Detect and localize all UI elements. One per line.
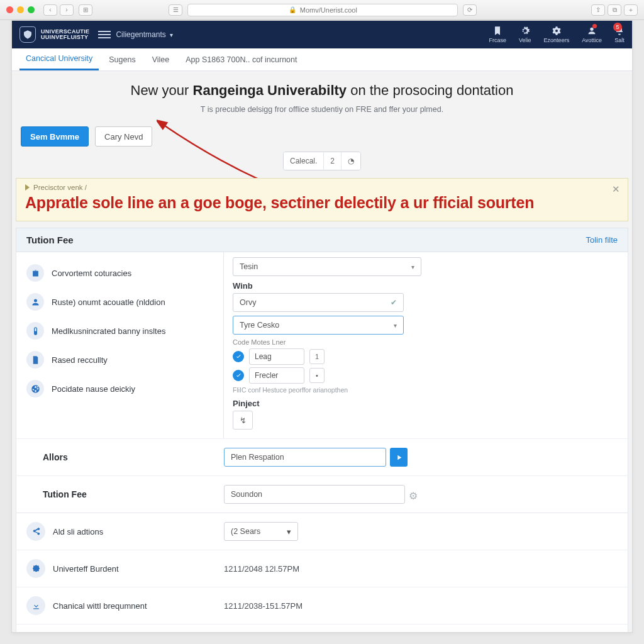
- brand-text: UNIVERSCAUTIE UUINVEFLUISTY: [41, 29, 89, 40]
- allors-label: Allors: [26, 452, 215, 462]
- notification-dot: [592, 24, 597, 28]
- bookmark-nav-item[interactable]: Frcase: [489, 26, 507, 43]
- allors-go-button[interactable]: [390, 448, 408, 467]
- document-icon: [26, 351, 44, 369]
- calecal-info-icon[interactable]: ◔: [341, 152, 360, 170]
- banner-dropdown[interactable]: Ciliegentmants▾: [116, 30, 172, 39]
- minimize-window-icon[interactable]: [17, 6, 24, 13]
- window-traffic-lights: [6, 6, 35, 13]
- gear-nav-item[interactable]: Velie: [519, 26, 531, 43]
- chevron-down-icon: ▾: [411, 264, 414, 270]
- forward-button[interactable]: ›: [60, 4, 74, 16]
- globe-icon: [26, 380, 44, 397]
- tab-vilee[interactable]: Vilee: [146, 48, 176, 70]
- pinject-label: Pinject: [233, 399, 619, 408]
- allors-input[interactable]: Plen Respation: [224, 448, 386, 467]
- reload-icon[interactable]: ⟳: [463, 4, 477, 16]
- bookmark-icon: [492, 26, 502, 36]
- frecler-input[interactable]: Frecler: [249, 367, 304, 384]
- sidebar-toggle-icon[interactable]: ⊞: [79, 4, 92, 16]
- left-item-globe[interactable]: Pocidate nause deickiy: [20, 374, 219, 403]
- nav-back-forward: ‹ ›: [43, 4, 74, 16]
- share-icon: [26, 522, 45, 541]
- briefcase-icon: [26, 264, 44, 282]
- share-icon[interactable]: ⇪: [591, 4, 605, 16]
- leag-input[interactable]: Leag: [249, 348, 304, 365]
- person-icon: [26, 293, 44, 311]
- calecal-control: Calecal. 2 ◔: [12, 152, 632, 170]
- checkbox-leag[interactable]: [233, 351, 244, 362]
- alert-close-icon[interactable]: ✕: [612, 184, 620, 195]
- alert-crumb: Precisctor venk /: [25, 184, 619, 191]
- tuition-input[interactable]: Soundon: [224, 485, 405, 504]
- primary-submit-button[interactable]: Sem Bvmme: [21, 126, 89, 147]
- download-icon: [26, 596, 45, 615]
- close-window-icon[interactable]: [6, 6, 13, 13]
- left-item-person[interactable]: Ruste) onumt acouatle (nlddion: [20, 287, 219, 316]
- gear-icon: [520, 26, 530, 36]
- row-value: 1211/2048 12l.57PM: [224, 564, 299, 574]
- browser-chrome: ‹ › ⊞ ☰ 🔒 Momv/Unerist.cool ⟳ ⇪ ⧉ ＋: [0, 0, 644, 20]
- winb-label: Winb: [233, 281, 619, 291]
- pinject-box[interactable]: ↯: [233, 411, 253, 430]
- form-area: Tesin▾ Winb Orvy ✔ Tyre Cesko▾ Code Mote…: [224, 252, 628, 438]
- orvy-input[interactable]: Orvy ✔: [233, 293, 404, 312]
- hamburger-icon[interactable]: [98, 28, 111, 41]
- settings-icon: [552, 26, 562, 36]
- frecler-badge: •: [309, 368, 325, 383]
- alert-banner: Precisctor venk / Appratle sole line an …: [16, 178, 628, 221]
- chevron-down-icon: ▾: [394, 322, 397, 329]
- bottom-section: Ald sli adtions(2 Sears▾Univerteff Burde…: [16, 513, 628, 633]
- calecal-count[interactable]: 2: [323, 152, 341, 170]
- calecal-label[interactable]: Calecal.: [284, 152, 323, 170]
- top-banner: UNIVERSCAUTIE UUINVEFLUISTY Ciliegentman…: [12, 21, 632, 48]
- person-nav-item[interactable]: Avottice: [582, 26, 602, 43]
- left-item-pill[interactable]: Medlkusnincrated banny insltes: [20, 316, 219, 345]
- info-row-target: Designted D'opertation Instument1211l204…: [16, 624, 628, 633]
- info-row-badge: Univerteff Burdent1211/2048 12l.57PM: [16, 550, 628, 587]
- info-row-download: Chanical wittl brequmnent1211/2038-151.5…: [16, 587, 628, 624]
- tabs-icon[interactable]: ⧉: [608, 4, 621, 16]
- type-select[interactable]: Tyre Cesko▾: [233, 316, 404, 335]
- pill-icon: [26, 322, 44, 340]
- action-row: Sem Bvmme Cary Nevd: [12, 120, 632, 153]
- secondary-button[interactable]: Cary Nevd: [95, 126, 152, 147]
- panel-filter-link[interactable]: Tolin filte: [586, 235, 618, 245]
- chevron-down-icon: ▾: [170, 31, 173, 38]
- sub-nav: Cancical UniversitySugensVileeApp S1863 …: [12, 48, 632, 71]
- tab-cancical-university[interactable]: Cancical University: [19, 48, 99, 70]
- page-subtitle: T is precuble delsigg fror offlice stude…: [12, 105, 632, 114]
- url-host: Momv/Unerist.cool: [300, 6, 357, 14]
- code-label: Code Motes Lner: [233, 338, 619, 346]
- page-frame: UNIVERSCAUTIE UUINVEFLUISTY Ciliegentman…: [11, 20, 633, 633]
- tuition-panel: Tution Fee Tolin filte Corvortemt cotura…: [16, 228, 628, 633]
- new-tab-icon[interactable]: ＋: [624, 4, 638, 16]
- tab-sugens[interactable]: Sugens: [103, 48, 142, 70]
- panel-header: Tution Fee Tolin filte: [16, 228, 628, 252]
- info-row-share: Ald sli adtions(2 Sears▾: [16, 513, 628, 550]
- tuition-label: Tution Fee: [26, 489, 215, 499]
- back-button[interactable]: ‹: [43, 4, 57, 16]
- page-title: New your Rangeinga Univerabilty on the p…: [12, 82, 632, 99]
- checkbox-frecler[interactable]: [233, 370, 244, 381]
- leag-badge: 1: [309, 349, 325, 364]
- duration-select[interactable]: (2 Sears▾: [224, 522, 298, 541]
- team-select[interactable]: Tesin▾: [233, 257, 421, 276]
- chevron-down-icon: ▾: [287, 527, 291, 536]
- reader-icon[interactable]: ☰: [169, 4, 182, 16]
- lock-icon: 🔒: [289, 6, 296, 13]
- row-value: 1211/2038-151.57PM: [224, 601, 303, 611]
- address-bar[interactable]: 🔒 Momv/Unerist.cool: [187, 4, 458, 16]
- notification-badge: 5: [613, 23, 622, 31]
- form-hint: FliIC conf Hestuce peorffor arianopthen: [233, 386, 619, 394]
- check-icon: ✔: [391, 298, 397, 307]
- left-item-briefcase[interactable]: Corvortemt coturacies: [20, 258, 219, 287]
- tab-app-s1863-700n-cof-i[interactable]: App S1863 700N.. cof incurnont: [179, 48, 303, 70]
- bell-nav-item[interactable]: Salt5: [614, 26, 625, 43]
- badge-icon: [26, 559, 45, 578]
- hero: New your Rangeinga Univerabilty on the p…: [12, 71, 632, 120]
- maximize-window-icon[interactable]: [28, 6, 35, 13]
- left-item-document[interactable]: Rased reccullty: [20, 345, 219, 374]
- settings-mini-icon[interactable]: ⚙: [409, 490, 418, 499]
- settings-nav-item[interactable]: Ezonteers: [544, 26, 570, 43]
